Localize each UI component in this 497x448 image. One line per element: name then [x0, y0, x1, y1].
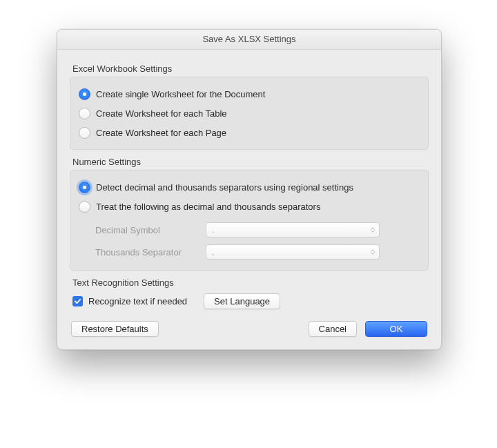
dialog-title: Save As XLSX Settings [57, 30, 441, 50]
radio-label: Create Worksheet for each Page [96, 128, 226, 138]
dialog-footer: Restore Defaults Cancel OK [70, 318, 429, 340]
radio-label: Create single Worksheet for the Document [96, 89, 265, 99]
excel-option-single[interactable]: Create single Worksheet for the Document [79, 84, 420, 104]
ok-button[interactable]: OK [365, 321, 427, 337]
excel-heading: Excel Workbook Settings [72, 64, 429, 74]
numeric-group: Detect decimal and thousands separators … [70, 170, 429, 271]
excel-option-each-page[interactable]: Create Worksheet for each Page [79, 123, 420, 142]
radio-label: Create Worksheet for each Table [96, 108, 227, 119]
cancel-button[interactable]: Cancel [309, 321, 357, 337]
text-recognition-row: Recognize text if needed Set Language [70, 291, 429, 311]
set-language-button[interactable]: Set Language [204, 293, 280, 309]
numeric-heading: Numeric Settings [72, 157, 429, 167]
thousands-separator-select[interactable]: , [206, 244, 380, 260]
numeric-option-detect[interactable]: Detect decimal and thousands separators … [79, 177, 420, 197]
decimal-symbol-select[interactable]: . [206, 222, 380, 237]
radio-icon [79, 182, 90, 193]
thousands-separator-label: Thousands Separator [79, 247, 206, 257]
radio-icon [79, 88, 90, 100]
restore-defaults-button[interactable]: Restore Defaults [71, 321, 159, 337]
dialog-window: Save As XLSX Settings Excel Workbook Set… [57, 29, 442, 350]
thousands-separator-row: Thousands Separator , [79, 241, 420, 263]
radio-icon [79, 108, 90, 119]
recognize-text-checkbox[interactable] [72, 296, 83, 306]
radio-icon [79, 201, 90, 213]
radio-label: Detect decimal and thousands separators … [96, 182, 353, 193]
chevron-updown-icon [367, 245, 379, 259]
decimal-symbol-label: Decimal Symbol [79, 225, 206, 235]
dialog-body: Excel Workbook Settings Create single Wo… [57, 50, 441, 349]
chevron-updown-icon [367, 223, 379, 237]
numeric-option-treat[interactable]: Treat the following as decimal and thous… [79, 197, 420, 216]
excel-group: Create single Worksheet for the Document… [70, 77, 429, 150]
select-value: . [212, 225, 214, 235]
text-recognition-heading: Text Recognition Settings [72, 277, 429, 288]
excel-option-each-table[interactable]: Create Worksheet for each Table [79, 104, 420, 123]
radio-label: Treat the following as decimal and thous… [96, 202, 320, 212]
select-value: , [212, 247, 214, 257]
radio-icon [79, 127, 90, 139]
recognize-text-label: Recognize text if needed [88, 296, 187, 306]
decimal-symbol-row: Decimal Symbol . [79, 219, 420, 241]
